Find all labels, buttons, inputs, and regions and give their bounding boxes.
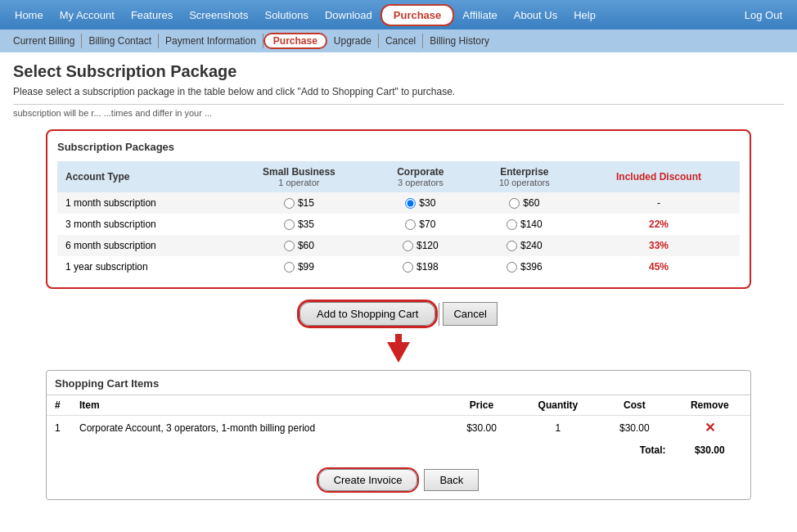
col-enterprise: Enterprise 10 operators xyxy=(471,161,578,192)
radio-corporate-6month[interactable] xyxy=(403,241,413,251)
cart-col-num: # xyxy=(47,395,71,416)
cart-item-row: 1 Corporate Account, 3 operators, 1-mont… xyxy=(47,416,750,440)
corporate-price-3month[interactable]: $70 xyxy=(370,214,471,235)
enterprise-price-3month[interactable]: $140 xyxy=(471,214,578,235)
svg-rect-1 xyxy=(395,334,402,352)
nav-home[interactable]: Home xyxy=(7,2,52,28)
table-row: 1 month subscription $15 $30 xyxy=(57,192,740,214)
nav-features[interactable]: Features xyxy=(123,2,181,28)
discount-1year: 45% xyxy=(578,256,740,277)
nav-affiliate[interactable]: Affiliate xyxy=(454,2,505,28)
col-corporate: Corporate 3 operators xyxy=(370,161,471,192)
cart-title: Shopping Cart Items xyxy=(47,371,750,395)
discount-3month: 22% xyxy=(578,214,740,235)
table-header-row: Account Type Small Business 1 operator C… xyxy=(57,161,740,192)
row-label: 1 month subscription xyxy=(57,192,228,214)
cart-item-price: $30.00 xyxy=(447,416,516,440)
radio-small-business-6month[interactable] xyxy=(284,241,295,251)
sub-navigation: Current Billing Billing Contact Payment … xyxy=(0,29,797,52)
cart-col-cost: Cost xyxy=(600,395,669,416)
enterprise-price-1month[interactable]: $60 xyxy=(471,192,578,214)
cart-item-num: 1 xyxy=(47,416,71,440)
radio-enterprise-1year[interactable] xyxy=(507,262,517,273)
row-label: 1 year subscription xyxy=(57,256,228,277)
page-note: subscription will be r... ...times and d… xyxy=(13,104,784,118)
col-discount: Included Discount xyxy=(578,161,740,192)
row-label: 6 month subscription xyxy=(57,235,228,256)
radio-corporate-3month[interactable] xyxy=(405,219,416,230)
nav-download[interactable]: Download xyxy=(317,2,380,28)
subscription-table: Account Type Small Business 1 operator C… xyxy=(57,161,740,277)
table-row: 1 year subscription $99 $198 xyxy=(57,256,740,277)
radio-small-business-1month[interactable] xyxy=(284,198,295,209)
nav-about-us[interactable]: About Us xyxy=(506,2,565,28)
top-navigation: Home My Account Features Screenshots Sol… xyxy=(0,0,797,29)
radio-enterprise-6month[interactable] xyxy=(507,241,517,251)
cart-col-remove: Remove xyxy=(669,395,750,416)
cart-buttons-area: Add to Shopping Cart Cancel xyxy=(13,302,784,326)
arrow-down-indicator xyxy=(13,334,784,367)
cart-col-price: Price xyxy=(447,395,516,416)
col-account-type: Account Type xyxy=(57,161,228,192)
page-description: Please select a subscription package in … xyxy=(13,86,784,97)
small-business-price-3month[interactable]: $35 xyxy=(228,214,371,235)
enterprise-price-6month[interactable]: $240 xyxy=(471,235,578,256)
cart-item-quantity: 1 xyxy=(516,416,600,440)
corporate-price-6month[interactable]: $120 xyxy=(370,235,471,256)
radio-small-business-3month[interactable] xyxy=(284,219,295,230)
remove-item-icon[interactable]: ✕ xyxy=(705,421,715,435)
col-small-business: Small Business 1 operator xyxy=(228,161,371,192)
small-business-price-1month[interactable]: $15 xyxy=(228,192,371,214)
subnav-cancel[interactable]: Cancel xyxy=(379,34,423,48)
add-to-cart-button[interactable]: Add to Shopping Cart xyxy=(299,302,435,326)
radio-small-business-1year[interactable] xyxy=(284,262,295,273)
subscription-container: Subscription Packages Account Type Small… xyxy=(46,129,751,289)
nav-solutions[interactable]: Solutions xyxy=(256,2,316,28)
cart-header-row: # Item Price Quantity Cost Remove xyxy=(47,395,750,416)
shopping-cart-container: Shopping Cart Items # Item Price Quantit… xyxy=(46,370,751,500)
cart-col-item: Item xyxy=(71,395,447,416)
enterprise-price-1year[interactable]: $396 xyxy=(471,256,578,277)
subnav-billing-history[interactable]: Billing History xyxy=(423,34,496,48)
radio-enterprise-3month[interactable] xyxy=(507,219,517,230)
page-title: Select Subscription Package xyxy=(13,62,784,81)
cart-table: # Item Price Quantity Cost Remove 1 Corp… xyxy=(47,395,750,461)
small-business-price-1year[interactable]: $99 xyxy=(228,256,371,277)
cart-col-quantity: Quantity xyxy=(516,395,600,416)
cart-total-label: Total: xyxy=(600,440,669,461)
radio-corporate-1year[interactable] xyxy=(403,262,413,273)
radio-corporate-1month[interactable] xyxy=(405,198,416,209)
nav-help[interactable]: Help xyxy=(565,2,604,28)
cart-item-description: Corporate Account, 3 operators, 1-month … xyxy=(71,416,447,440)
nav-screenshots[interactable]: Screenshots xyxy=(181,2,256,28)
cart-item-cost: $30.00 xyxy=(600,416,669,440)
cart-item-remove[interactable]: ✕ xyxy=(669,416,750,440)
row-label: 3 month subscription xyxy=(57,214,228,235)
nav-purchase[interactable]: Purchase xyxy=(380,4,455,26)
back-button[interactable]: Back xyxy=(424,469,479,491)
subnav-purchase[interactable]: Purchase xyxy=(263,33,327,49)
radio-enterprise-1month[interactable] xyxy=(509,198,520,209)
subnav-payment-info[interactable]: Payment Information xyxy=(159,34,263,48)
create-invoice-button[interactable]: Create Invoice xyxy=(318,469,418,491)
page-content: Select Subscription Package Please selec… xyxy=(0,52,797,523)
logout-button[interactable]: Log Out xyxy=(736,2,790,28)
subnav-upgrade[interactable]: Upgrade xyxy=(327,34,379,48)
corporate-price-1month[interactable]: $30 xyxy=(370,192,471,214)
bottom-buttons-area: Create Invoice Back xyxy=(47,461,750,499)
subnav-billing-contact[interactable]: Billing Contact xyxy=(82,34,159,48)
small-business-price-6month[interactable]: $60 xyxy=(228,235,371,256)
subnav-current-billing[interactable]: Current Billing xyxy=(7,34,82,48)
cancel-button[interactable]: Cancel xyxy=(443,302,497,326)
button-divider xyxy=(439,303,439,326)
corporate-price-1year[interactable]: $198 xyxy=(370,256,471,277)
table-row: 3 month subscription $35 $70 xyxy=(57,214,740,235)
cart-total-row: Total: $30.00 xyxy=(47,440,750,461)
nav-my-account[interactable]: My Account xyxy=(52,2,123,28)
table-row: 6 month subscription $60 $120 xyxy=(57,235,740,256)
subscription-table-title: Subscription Packages xyxy=(57,141,740,153)
cart-total-value: $30.00 xyxy=(669,440,750,461)
discount-6month: 33% xyxy=(578,235,740,256)
discount-1month: - xyxy=(578,192,740,214)
